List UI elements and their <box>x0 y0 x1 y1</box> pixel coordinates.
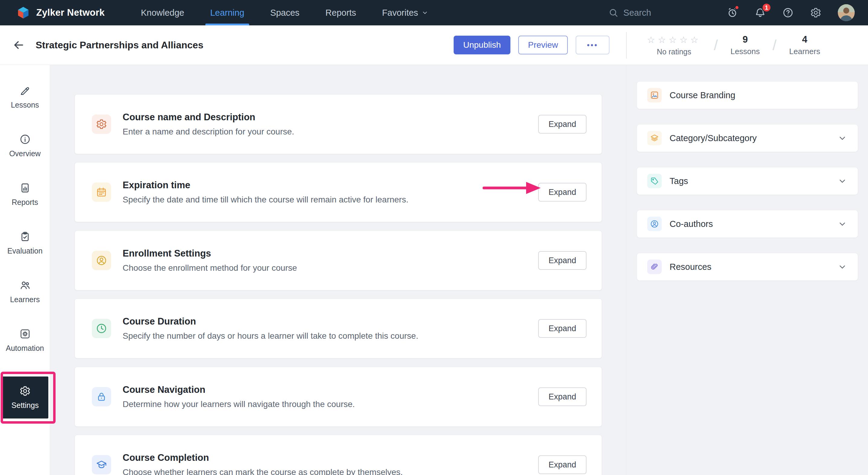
search-placeholder: Search <box>623 8 651 18</box>
panel-category-subcategory[interactable]: Category/Subcategory <box>637 124 858 152</box>
card-title: Course Completion <box>123 452 403 463</box>
brand-name: Zylker Network <box>36 7 104 18</box>
card-expiration-time: Expiration time Specify the date and tim… <box>74 162 602 222</box>
panel-label: Co-authors <box>670 219 713 229</box>
primary-nav: Knowledge Learning Spaces Reports Favori… <box>141 0 428 25</box>
sidebar-item-evaluation[interactable]: Evaluation <box>0 219 50 267</box>
brand[interactable]: Zylker Network <box>16 6 104 20</box>
card-enrollment-settings: Enrollment Settings Choose the enrollmen… <box>74 231 602 290</box>
user-circle-icon <box>92 251 111 270</box>
navbar-icons: 1 <box>727 7 822 19</box>
header-actions: Unpublish Preview ••• <box>454 36 610 54</box>
nav-knowledge-label: Knowledge <box>141 8 184 18</box>
lock-icon <box>92 387 111 407</box>
sidebar-item-automation[interactable]: Automation <box>0 316 50 365</box>
expand-button[interactable]: Expand <box>538 183 587 202</box>
card-course-duration: Course Duration Specify the number of da… <box>74 299 602 358</box>
panel-label: Category/Subcategory <box>670 133 757 143</box>
user-avatar[interactable] <box>838 4 855 21</box>
panel-label: Resources <box>670 262 712 272</box>
info-icon <box>19 133 31 145</box>
notifications-button[interactable]: 1 <box>754 7 766 19</box>
card-title: Expiration time <box>123 180 408 191</box>
ratings-block: ☆☆☆☆☆ No ratings <box>647 34 701 56</box>
card-title: Enrollment Settings <box>123 248 297 259</box>
learners-label: Learners <box>789 47 820 56</box>
card-course-navigation: Course Navigation Determine how your lea… <box>74 367 602 427</box>
panel-label: Tags <box>670 176 688 186</box>
search-icon <box>608 7 619 18</box>
panel-tags[interactable]: Tags <box>637 167 858 195</box>
sidebar-item-lessons[interactable]: Lessons <box>0 73 50 121</box>
expand-button[interactable]: Expand <box>538 115 587 133</box>
gear-icon <box>19 385 31 397</box>
person-circle-icon <box>647 217 662 231</box>
sidebar-list: Lessons Overview Reports Evaluation Lear… <box>0 65 50 365</box>
nav-favorites-label: Favorites <box>382 8 418 18</box>
sidebar-item-reports[interactable]: Reports <box>0 170 50 219</box>
rating-stars-icon: ☆☆☆☆☆ <box>647 34 701 45</box>
reminders-button[interactable] <box>727 7 738 19</box>
expand-button[interactable]: Expand <box>538 319 587 338</box>
nav-spaces-label: Spaces <box>270 8 300 18</box>
preview-button[interactable]: Preview <box>518 36 568 54</box>
sidebar-item-label: Evaluation <box>7 246 42 255</box>
avatar-photo <box>838 4 855 21</box>
more-options-button[interactable]: ••• <box>576 36 610 54</box>
arrow-left-icon <box>12 38 25 52</box>
clipboard-check-icon <box>19 231 31 242</box>
gear-icon <box>92 115 111 134</box>
card-text: Course Navigation Determine how your lea… <box>123 384 355 409</box>
card-text: Enrollment Settings Choose the enrollmen… <box>123 248 297 273</box>
header-divider <box>626 32 627 59</box>
sidebar-item-learners[interactable]: Learners <box>0 267 50 316</box>
chevron-down-icon <box>838 133 847 143</box>
paperclip-icon <box>647 260 662 274</box>
course-header: Strategic Partnerships and Alliances Unp… <box>0 25 868 65</box>
sidebar-item-label: Learners <box>10 295 40 304</box>
card-description: Specify the number of days or hours a le… <box>123 331 418 341</box>
nav-learning[interactable]: Learning <box>210 0 244 25</box>
stats-separator: / <box>773 37 776 54</box>
branding-image-icon <box>647 88 662 102</box>
card-description: Determine how your learners will navigat… <box>123 399 355 409</box>
chevron-down-icon <box>838 262 847 271</box>
sidebar-item-label: Settings <box>11 401 39 410</box>
expand-button[interactable]: Expand <box>538 387 587 406</box>
layers-icon <box>647 131 662 145</box>
card-title: Course name and Description <box>123 112 294 123</box>
top-navbar: Zylker Network Knowledge Learning Spaces… <box>0 0 868 25</box>
panel-resources[interactable]: Resources <box>637 253 858 281</box>
nav-knowledge[interactable]: Knowledge <box>141 0 184 25</box>
expand-button[interactable]: Expand <box>538 251 587 270</box>
notification-dot <box>735 5 739 10</box>
expand-button[interactable]: Expand <box>538 455 587 474</box>
nav-favorites[interactable]: Favorites <box>382 0 428 25</box>
people-icon <box>19 279 31 291</box>
chevron-down-icon <box>422 9 428 16</box>
nav-spaces[interactable]: Spaces <box>270 0 300 25</box>
back-button[interactable] <box>12 38 25 52</box>
nav-reports-label: Reports <box>326 8 356 18</box>
lessons-label: Lessons <box>731 47 760 56</box>
card-course-name: Course name and Description Enter a name… <box>74 94 602 154</box>
card-text: Course Duration Specify the number of da… <box>123 316 418 341</box>
lessons-stat: 9 Lessons <box>731 34 760 56</box>
card-text: Course Completion Choose whether learner… <box>123 452 403 475</box>
global-search[interactable]: Search <box>608 7 651 18</box>
card-course-completion: Course Completion Choose whether learner… <box>74 435 602 475</box>
sidebar-item-overview[interactable]: Overview <box>0 121 50 170</box>
admin-settings-button[interactable] <box>810 7 822 19</box>
ratings-label: No ratings <box>647 47 701 56</box>
graduation-cap-icon <box>92 455 111 474</box>
card-title: Course Duration <box>123 316 418 327</box>
chevron-down-icon <box>838 176 847 185</box>
nav-reports[interactable]: Reports <box>326 0 356 25</box>
pencil-icon <box>19 85 31 96</box>
panel-course-branding[interactable]: Course Branding <box>637 81 858 109</box>
panel-co-authors[interactable]: Co-authors <box>637 210 858 238</box>
unpublish-button[interactable]: Unpublish <box>454 36 510 54</box>
clock-icon <box>92 319 111 338</box>
sidebar-item-settings[interactable]: Settings <box>2 377 48 418</box>
help-button[interactable] <box>782 7 794 19</box>
